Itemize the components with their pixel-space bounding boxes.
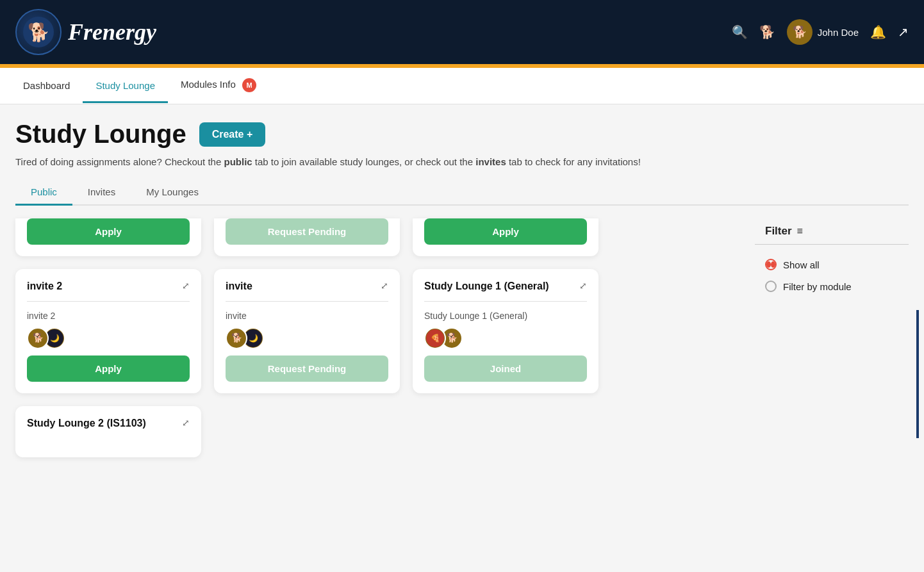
card-title-1: invite 2 (27, 281, 182, 292)
card-invite: invite ⤢ invite 🐕 🌙 Request Pending (214, 269, 400, 393)
logo-icon: 🐕 (15, 9, 62, 55)
sub-tab-public[interactable]: Public (15, 180, 72, 206)
avatar-2-1: 🐕 (226, 327, 247, 349)
expand-icon-bottom[interactable]: ⤢ (182, 418, 190, 428)
card-divider-1 (27, 301, 190, 302)
filter-label: Filter (765, 225, 792, 238)
joined-button-3: Joined (424, 355, 587, 382)
cards-layout: Apply Request Pending Apply invite 2 ⤢ (15, 218, 909, 457)
card-title-3: Study Lounge 1 (General) (424, 281, 579, 292)
card-divider-3 (424, 301, 587, 302)
avatar-1-1: 🐕 (27, 327, 49, 349)
modules-badge: M (242, 78, 256, 92)
filter-panel: Filter ≡ Show all Filter by module (755, 218, 909, 445)
avatar: 🐕 (787, 19, 813, 45)
logo-text: Frenergy (68, 19, 156, 45)
top-card-1: Apply (15, 218, 201, 256)
search-icon[interactable]: 🔍 (732, 24, 748, 40)
svg-text:🐕: 🐕 (793, 25, 807, 39)
cards-container: Apply Request Pending Apply invite 2 ⤢ (15, 218, 742, 457)
card-desc-2: invite (226, 311, 388, 321)
top-card-2: Request Pending (214, 218, 400, 256)
apply-button-1[interactable]: Apply (27, 355, 190, 382)
public-bold: public (224, 156, 252, 167)
card-divider-2 (226, 301, 388, 302)
svg-text:🌙: 🌙 (50, 333, 60, 343)
card-title-bottom: Study Lounge 2 (IS1103) (27, 418, 182, 429)
logout-icon[interactable]: ↗ (898, 24, 909, 40)
expand-icon-3[interactable]: ⤢ (579, 281, 587, 291)
logo[interactable]: 🐕 Frenergy (15, 9, 156, 55)
page-description: Tired of doing assignments alone? Checko… (15, 156, 909, 167)
main-content: Study Lounge Create + Tired of doing ass… (0, 104, 924, 572)
card-study-lounge-1: Study Lounge 1 (General) ⤢ Study Lounge … (413, 269, 598, 393)
expand-icon-1[interactable]: ⤢ (182, 281, 190, 291)
create-button[interactable]: Create + (199, 122, 266, 147)
svg-text:🐕: 🐕 (30, 24, 48, 41)
top-card-3: Apply (413, 218, 598, 256)
invites-bold: invites (475, 156, 506, 167)
filter-icon: ≡ (797, 225, 803, 237)
dog-icon[interactable]: 🐕 (759, 24, 775, 40)
expand-icon-2[interactable]: ⤢ (381, 281, 388, 291)
sub-tab-invites[interactable]: Invites (72, 180, 131, 206)
filter-by-module-label: Filter by module (783, 281, 852, 292)
svg-point-0 (23, 17, 54, 47)
bottom-partial-row: Study Lounge 2 (IS1103) ⤢ (15, 406, 742, 457)
pending-button-2: Request Pending (226, 355, 388, 382)
apply-button-top-1[interactable]: Apply (27, 218, 190, 245)
nav-tab-dashboard[interactable]: Dashboard (10, 70, 83, 103)
cards-grid: invite 2 ⤢ invite 2 🐕 🌙 Apply (15, 269, 742, 393)
user-name-label: John Doe (818, 27, 859, 38)
card-avatars-1: 🐕 🌙 (27, 327, 190, 349)
filter-radio-show-all[interactable] (765, 259, 777, 270)
sub-tab-my-lounges[interactable]: My Lounges (131, 180, 214, 206)
card-header-1: invite 2 ⤢ (27, 281, 190, 292)
bell-icon[interactable]: 🔔 (870, 24, 886, 40)
page-header: Study Lounge Create + (15, 120, 909, 149)
svg-text:🌙: 🌙 (249, 333, 258, 343)
avatar-3-1: 🍕 (424, 327, 446, 349)
filter-header: Filter ≡ (755, 225, 909, 245)
card-header-bottom: Study Lounge 2 (IS1103) ⤢ (27, 418, 190, 429)
card-desc-3: Study Lounge 1 (General) (424, 311, 587, 321)
filter-divider (916, 310, 919, 438)
header: 🐕 Frenergy 🔍 🐕 🐕 John Doe 🔔 ↗ (0, 0, 924, 64)
header-actions: 🔍 🐕 🐕 John Doe 🔔 ↗ (732, 19, 909, 45)
apply-button-top-3[interactable]: Apply (424, 218, 587, 245)
nav-tabs: Dashboard Study Lounge Modules Info M (0, 68, 924, 104)
card-avatars-2: 🐕 🌙 (226, 327, 388, 349)
svg-text:🍕: 🍕 (431, 333, 440, 343)
nav-tab-study-lounge[interactable]: Study Lounge (83, 70, 168, 103)
svg-text:🐕: 🐕 (33, 332, 44, 343)
filter-radio-by-module[interactable] (765, 281, 777, 292)
card-desc-1: invite 2 (27, 311, 190, 321)
user-info[interactable]: 🐕 John Doe (787, 19, 859, 45)
page-title: Study Lounge (15, 120, 186, 149)
pending-button-top-2: Request Pending (226, 218, 388, 245)
sub-tabs: Public Invites My Lounges (15, 180, 909, 206)
card-invite-2: invite 2 ⤢ invite 2 🐕 🌙 Apply (15, 269, 201, 393)
card-avatars-3: 🍕 🐕 (424, 327, 587, 349)
card-title-2: invite (226, 281, 381, 292)
filter-show-all-label: Show all (783, 259, 820, 270)
svg-text:🐕: 🐕 (447, 332, 458, 343)
card-header-3: Study Lounge 1 (General) ⤢ (424, 281, 587, 292)
card-study-lounge-2: Study Lounge 2 (IS1103) ⤢ (15, 406, 201, 457)
filter-option-show-all[interactable]: Show all (755, 254, 909, 275)
card-header-2: invite ⤢ (226, 281, 388, 292)
svg-text:🐕: 🐕 (231, 332, 243, 343)
filter-option-by-module[interactable]: Filter by module (755, 275, 909, 297)
top-partial-cards: Apply Request Pending Apply (15, 218, 742, 256)
nav-tab-modules[interactable]: Modules Info M (168, 68, 269, 104)
